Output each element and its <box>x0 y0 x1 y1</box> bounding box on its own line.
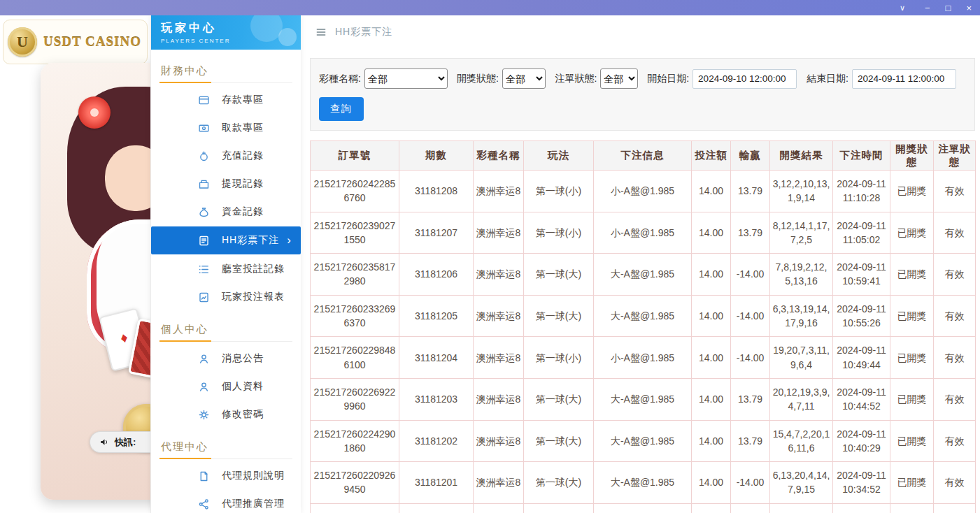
table-row: 215217260220926945031181201澳洲幸运8第一球(大)大-… <box>311 462 976 504</box>
cell-lottery-name: 澳洲幸运8 <box>474 503 524 513</box>
col-header-bet-amount: 投注額 <box>692 141 731 171</box>
cell-order-no: 2152172602332696370 <box>311 295 399 337</box>
cell-bet-time: 2024-09-11 10:55:26 <box>833 295 890 337</box>
cell-order-status: 有效 <box>934 295 976 337</box>
sidebar-item-player-report[interactable]: 玩家投注報表 <box>151 283 301 311</box>
player-report-icon <box>198 291 210 303</box>
cell-period: 31181202 <box>399 420 474 462</box>
cell-period: 31181207 <box>399 212 474 254</box>
cell-win-loss: -14.00 <box>731 295 770 337</box>
hamburger-menu-icon[interactable] <box>315 27 327 38</box>
col-header-draw-status: 開獎狀態 <box>890 141 934 171</box>
end-date-label: 結束日期: <box>807 73 848 85</box>
sidebar-item-funds-record[interactable]: 資金記錄 <box>151 198 301 226</box>
col-header-win-loss: 輸贏 <box>731 141 770 171</box>
cell-bet-amount: 14.00 <box>692 462 731 504</box>
chevron-down-icon[interactable]: ∨ <box>900 4 905 12</box>
cell-bet-info: 小-A盤@1.985 <box>594 212 692 254</box>
main-header: HH彩票下注 <box>301 15 980 49</box>
draw-status-label: 開獎狀態: <box>457 73 499 85</box>
recharge-record-icon <box>198 150 210 162</box>
cell-bet-time: 2024-09-11 10:40:29 <box>833 420 890 462</box>
cell-period: 31181208 <box>399 171 474 212</box>
cell-bet-info: 小-A盤@1.985 <box>594 503 692 513</box>
table-row: 215217260224290186031181202澳洲幸运8第一球(大)大-… <box>311 420 976 462</box>
bets-table: 訂單號期數彩種名稱玩法下注信息投注額輸贏開獎結果下注時間開獎狀態注單狀態 215… <box>310 140 976 513</box>
sidebar-item-agent-rules[interactable]: 代理規則說明 <box>151 462 301 490</box>
cell-play: 第一球(大) <box>524 378 594 420</box>
cell-order-no: 2152172602422856760 <box>311 171 399 212</box>
cell-order-no: 2152172602390271550 <box>311 212 399 254</box>
cell-draw-result: 20,12,19,3,9,4,7,11 <box>770 378 833 420</box>
sidebar-item-password[interactable]: 修改密碼 <box>151 400 301 428</box>
cell-win-loss: -14.00 <box>731 503 770 513</box>
lottery-name-select[interactable]: 全部 <box>364 68 448 89</box>
sidebar-section-title: 財務中心 <box>159 59 292 83</box>
sidebar-item-announcement[interactable]: 消息公告 <box>151 345 301 373</box>
sidebar-item-agent-promotion[interactable]: 代理推廣管理 <box>151 490 301 513</box>
sidebar-item-lottery-bet[interactable]: HH彩票下注› <box>151 226 301 254</box>
minimize-icon[interactable]: − <box>925 3 930 13</box>
sidebar-item-label: 修改密碼 <box>222 408 264 421</box>
cell-lottery-name: 澳洲幸运8 <box>474 171 524 212</box>
cell-bet-time: 2024-09-11 10:49:44 <box>833 337 890 379</box>
speaker-icon <box>99 437 110 447</box>
sidebar-item-withdraw-record[interactable]: 提現記錄 <box>151 170 301 198</box>
end-date-input[interactable] <box>852 69 956 89</box>
cell-win-loss: 13.79 <box>731 420 770 462</box>
sidebar-item-deposit[interactable]: 存款專區 <box>151 86 301 114</box>
room-record-icon <box>198 263 210 275</box>
order-status-select[interactable]: 全部 <box>600 68 638 89</box>
cell-bet-amount: 14.00 <box>692 254 731 296</box>
news-ticker: 快訊: <box>90 431 150 453</box>
agent-promotion-icon <box>198 498 210 510</box>
sidebar-item-label: 代理推廣管理 <box>222 498 285 510</box>
left-panel: U USDT CASINO ♦ 快訊: <box>0 15 150 513</box>
start-date-label: 開始日期: <box>647 73 689 85</box>
sidebar-item-label: 廳室投註記錄 <box>222 263 285 275</box>
cell-play: 第一球(大) <box>524 295 594 337</box>
page-title: HH彩票下注 <box>335 26 392 38</box>
sidebar-item-recharge-record[interactable]: 充值記錄 <box>151 142 301 170</box>
close-icon[interactable]: × <box>966 3 972 13</box>
decor-circle <box>278 28 297 46</box>
cell-order-no: 2152172602209269450 <box>311 462 399 504</box>
news-ticker-label: 快訊: <box>115 436 136 449</box>
maximize-icon[interactable]: □ <box>946 3 951 13</box>
col-header-lottery-name: 彩種名稱 <box>474 141 524 171</box>
cell-order-status: 有效 <box>934 420 976 462</box>
cell-bet-info: 大-A盤@1.985 <box>594 378 692 420</box>
sidebar-item-room-record[interactable]: 廳室投註記錄 <box>151 255 301 283</box>
cell-bet-amount: 14.00 <box>692 337 731 379</box>
cell-order-status: 有效 <box>934 378 976 420</box>
cell-order-no: 2152172602242901860 <box>311 420 399 462</box>
cell-draw-status: 已開獎 <box>890 337 934 379</box>
sidebar-section-title: 個人中心 <box>159 318 292 342</box>
cell-bet-amount: 14.00 <box>692 171 731 212</box>
table-row: 215217260239027155031181207澳洲幸运8第一球(小)小-… <box>311 212 976 254</box>
search-button[interactable]: 查詢 <box>319 97 364 121</box>
announcement-icon <box>198 353 210 365</box>
table-row: 215217260242285676031181208澳洲幸运8第一球(小)小-… <box>311 171 976 212</box>
sidebar-item-label: HH彩票下注 <box>222 234 279 247</box>
brand-name: USDT CASINO <box>43 34 141 50</box>
cell-draw-status: 已開獎 <box>890 171 934 212</box>
cell-draw-status: 已開獎 <box>890 420 934 462</box>
funds-record-icon <box>198 206 210 218</box>
sidebar-sections: 財務中心存款專區取款專區充值記錄提現記錄資金記錄HH彩票下注›廳室投註記錄玩家投… <box>151 50 301 513</box>
cell-bet-amount: 14.00 <box>692 420 731 462</box>
start-date-input[interactable] <box>693 69 797 89</box>
cell-bet-time: 2024-09-11 11:05:02 <box>833 212 890 254</box>
draw-status-select[interactable]: 全部 <box>502 68 546 89</box>
cell-win-loss: 13.79 <box>731 212 770 254</box>
cell-win-loss: -14.00 <box>731 337 770 379</box>
cell-bet-info: 小-A盤@1.985 <box>594 337 692 379</box>
cell-draw-result: 7,8,19,2,12,5,13,16 <box>770 254 833 296</box>
cell-order-no: 2152172602177444290 <box>311 503 399 513</box>
cell-bet-info: 大-A盤@1.985 <box>594 254 692 296</box>
cell-draw-result: 6,13,20,4,14,7,9,15 <box>770 462 833 504</box>
sidebar-item-profile[interactable]: 個人資料 <box>151 373 301 400</box>
cell-bet-info: 大-A盤@1.985 <box>594 295 692 337</box>
sidebar-item-withdraw[interactable]: 取款專區 <box>151 114 301 142</box>
sidebar-item-label: 個人資料 <box>222 380 264 393</box>
